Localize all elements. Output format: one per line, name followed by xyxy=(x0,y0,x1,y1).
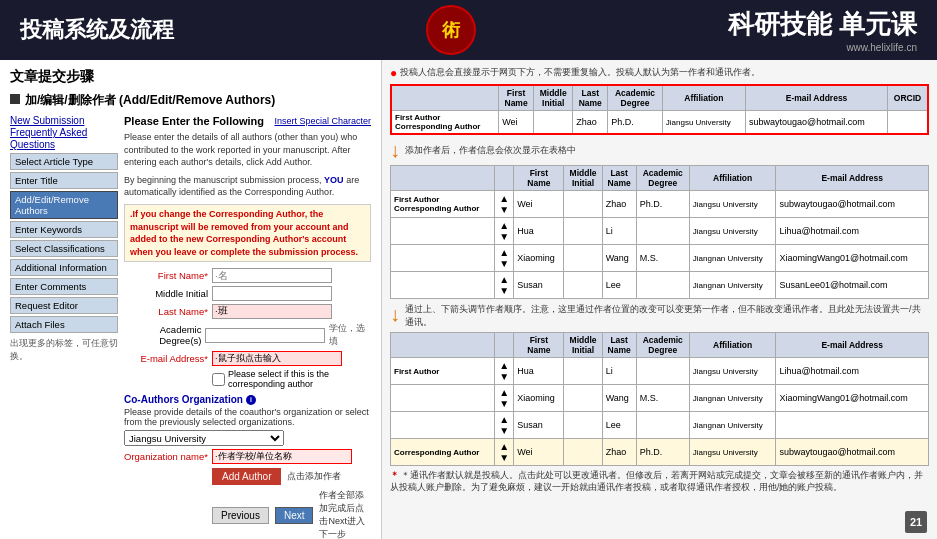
t2-r0-middle xyxy=(564,191,602,218)
first-name-input[interactable] xyxy=(212,268,332,283)
new-submission-link[interactable]: New Submission xyxy=(10,115,118,126)
sidebar-item-classifications[interactable]: Select Classifications xyxy=(10,240,118,257)
sidebar-item-add-edit[interactable]: Add/Edit/Remove Authors xyxy=(10,191,118,219)
up-arrow-icon[interactable]: ▲ xyxy=(498,441,510,452)
up-arrow-icon[interactable]: ▲ xyxy=(498,360,510,371)
t2-r0-arrows[interactable]: ▲ ▼ xyxy=(495,191,514,218)
down-arrow-icon[interactable]: ▼ xyxy=(498,258,510,269)
t2-col-last: LastName xyxy=(602,166,636,191)
t2-r3-arrows[interactable]: ▲ ▼ xyxy=(495,272,514,299)
up-arrow-icon[interactable]: ▲ xyxy=(498,414,510,425)
down-arrow-icon[interactable]: ▼ xyxy=(498,452,510,463)
checkbox-row: Please select if this is the correspondi… xyxy=(212,369,371,389)
arrow2-area: ↓ 通过上、下箭头调节作者顺序。注意，这里通过作者位置的改变可以变更第一作者，但… xyxy=(390,303,929,329)
form-title: Please Enter the Following xyxy=(124,115,264,127)
t3-r1-arrows[interactable]: ▲ ▼ xyxy=(495,385,514,412)
t3-r1-affiliation: Jiangnan University xyxy=(689,385,776,412)
coauthor-title: Co-Authors Organization i xyxy=(124,394,371,405)
down-arrow-icon1: ↓ xyxy=(390,139,400,162)
last-name-input[interactable] xyxy=(212,304,332,319)
t2-r0-degree: Ph.D. xyxy=(636,191,689,218)
up-arrow-icon[interactable]: ▲ xyxy=(498,193,510,204)
table1-first: Wei xyxy=(499,111,534,135)
sidebar-item-keywords[interactable]: Enter Keywords xyxy=(10,221,118,238)
org-dropdown[interactable]: Jiangsu University xyxy=(124,430,284,446)
corresponding-checkbox[interactable] xyxy=(212,373,225,386)
last-name-label: Last Name* xyxy=(124,306,212,317)
table1-col-email: E-mail Address xyxy=(746,85,888,111)
t3-r3-arrows[interactable]: ▲ ▼ xyxy=(495,439,514,466)
table1-col-affiliation: Affiliation xyxy=(662,85,745,111)
insert-special-link[interactable]: Insert Special Character xyxy=(274,116,371,126)
middle-initial-input[interactable] xyxy=(212,286,332,301)
sidebar-item-select-article[interactable]: Select Article Type xyxy=(10,153,118,170)
next-button[interactable]: Next xyxy=(275,507,314,524)
header: 投稿系统及流程 術 科研技能 单元课 www.helixlife.cn xyxy=(0,0,937,60)
checkbox-label: Please select if this is the correspondi… xyxy=(228,369,371,389)
form-desc1: Please enter the details of all authors … xyxy=(124,131,371,169)
table1: FirstName MiddleInitial LastName Academi… xyxy=(390,84,929,135)
t2-col-first: FirstName xyxy=(514,166,564,191)
down-arrow-icon[interactable]: ▼ xyxy=(498,371,510,382)
academic-degree-input[interactable] xyxy=(205,328,325,343)
t3-r2-middle xyxy=(564,412,602,439)
org-dropdown-row: Jiangsu University xyxy=(124,430,371,446)
up-arrow-icon[interactable]: ▲ xyxy=(498,274,510,285)
sidebar-item-comments[interactable]: Enter Comments xyxy=(10,278,118,295)
header-website: www.helixlife.cn xyxy=(728,42,917,53)
up-arrow-icon[interactable]: ▲ xyxy=(498,247,510,258)
sidebar-item-enter-title[interactable]: Enter Title xyxy=(10,172,118,189)
sidebar-item-request-editor[interactable]: Request Editor xyxy=(10,297,118,314)
page-number: 21 xyxy=(905,511,927,533)
t2-col-affiliation: Affiliation xyxy=(689,166,776,191)
t3-r2-first: Susan xyxy=(514,412,564,439)
top-annotation: ● 投稿人信息会直接显示于网页下方，不需要重复输入。投稿人默认为第一作者和通讯作… xyxy=(390,66,929,80)
t2-r1-label xyxy=(391,218,495,245)
academic-degree-row: Academic Degree(s) 学位，选填 xyxy=(124,322,371,348)
bottom-note-text: ＊通讯作者默认就是投稿人。点击此处可以更改通讯者。但修改后，若离开网站或完成提交… xyxy=(390,470,923,492)
t3-r2-arrows[interactable]: ▲ ▼ xyxy=(495,412,514,439)
form-area: Please Enter the Following Insert Specia… xyxy=(124,115,371,539)
t2-r3-last: Lee xyxy=(602,272,636,299)
sidebar-item-attach-files[interactable]: Attach Files xyxy=(10,316,118,333)
t2-r3-first: Susan xyxy=(514,272,564,299)
down-arrow-icon[interactable]: ▼ xyxy=(498,425,510,436)
up-arrow-icon[interactable]: ▲ xyxy=(498,387,510,398)
org-name-input[interactable] xyxy=(212,449,352,464)
email-input[interactable] xyxy=(212,351,342,366)
header-logo: 術 xyxy=(425,4,477,56)
arrow1-text: 添加作者后，作者信息会依次显示在表格中 xyxy=(405,144,576,157)
down-arrow-icon[interactable]: ▼ xyxy=(498,204,510,215)
t2-r1-arrows[interactable]: ▲ ▼ xyxy=(495,218,514,245)
t2-r2-degree: M.S. xyxy=(636,245,689,272)
table1-col-label xyxy=(391,85,499,111)
table-row: First AuthorCorresponding Author Wei Zha… xyxy=(391,111,928,135)
table2: FirstName MiddleInitial LastName Academi… xyxy=(390,165,929,299)
previous-button[interactable]: Previous xyxy=(212,507,269,524)
t2-r2-middle xyxy=(564,245,602,272)
table-row: ▲ ▼ Hua Li Jiangsu University Lihua@hotm… xyxy=(391,218,929,245)
t2-r2-arrows[interactable]: ▲ ▼ xyxy=(495,245,514,272)
down-arrow-icon[interactable]: ▼ xyxy=(498,231,510,242)
t3-col-arrows xyxy=(495,333,514,358)
t3-r3-email: subwaytougao@hotmail.com xyxy=(776,439,929,466)
t3-r0-arrows[interactable]: ▲ ▼ xyxy=(495,358,514,385)
t2-r1-email: Lihua@hotmail.com xyxy=(776,218,929,245)
table-row: ▲ ▼ Xiaoming Wang M.S. Jiangnan Universi… xyxy=(391,245,929,272)
down-arrow-icon[interactable]: ▼ xyxy=(498,285,510,296)
faq-link[interactable]: Frequently Asked xyxy=(10,127,87,138)
up-arrow-icon[interactable]: ▲ xyxy=(498,220,510,231)
faq-link2[interactable]: Questions xyxy=(10,139,55,150)
bullet-square xyxy=(10,94,20,104)
desc2-prefix: By beginning the manuscript submission p… xyxy=(124,175,324,185)
add-author-button[interactable]: Add Author xyxy=(212,468,281,485)
t2-r3-label xyxy=(391,272,495,299)
t2-r1-affiliation: Jiangsu University xyxy=(689,218,776,245)
t3-r1-label xyxy=(391,385,495,412)
down-arrow-icon[interactable]: ▼ xyxy=(498,398,510,409)
table3-section: FirstName MiddleInitial LastName Academi… xyxy=(390,332,929,466)
t2-col-degree: AcademicDegree xyxy=(636,166,689,191)
sidebar-item-additional[interactable]: Additional Information xyxy=(10,259,118,276)
t3-r0-affiliation: Jiangsu University xyxy=(689,358,776,385)
t2-col-email: E-mail Address xyxy=(776,166,929,191)
